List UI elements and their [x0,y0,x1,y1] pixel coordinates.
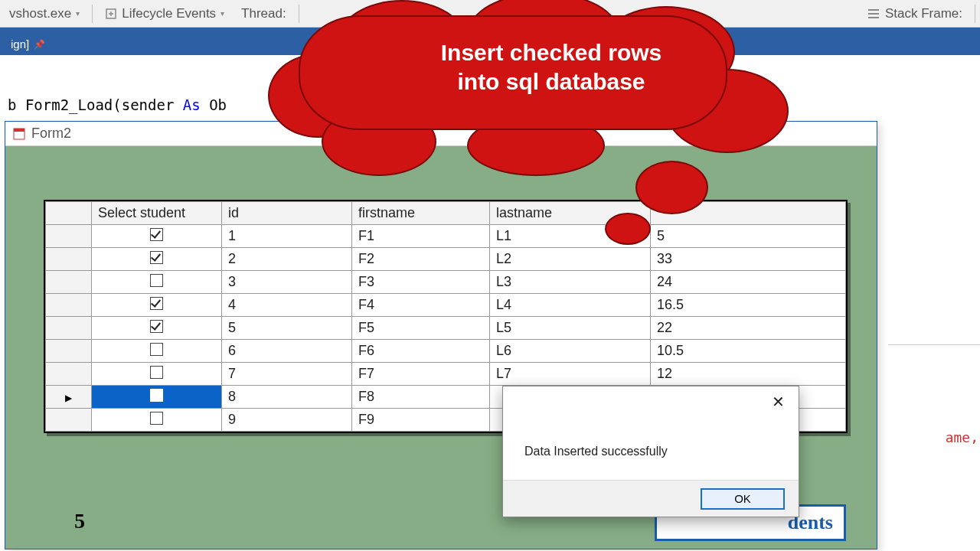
cell-select[interactable] [92,248,222,271]
checkbox-icon[interactable] [150,343,163,356]
cell-lastname[interactable]: L6 [490,340,651,363]
col-average[interactable] [651,202,846,225]
form2-titlebar[interactable]: Form2 [5,122,877,146]
cell-select[interactable] [92,317,222,340]
cell-lastname[interactable]: L5 [490,317,651,340]
stackframe-icon [867,8,880,20]
cell-select[interactable] [92,386,222,409]
cell-select[interactable] [92,271,222,294]
table-row[interactable]: 4F4L416.5 [46,294,846,317]
cell-id[interactable]: 8 [222,386,352,409]
svg-rect-2 [14,129,24,132]
checkbox-icon[interactable] [150,274,163,287]
stackframe-dropdown[interactable]: Stack Frame: [862,5,967,23]
thread-dropdown[interactable]: Thread: [237,5,291,23]
cell-select[interactable] [92,363,222,386]
cell-firstname[interactable]: F5 [352,317,490,340]
cell-id[interactable]: 3 [222,271,352,294]
cell-firstname[interactable]: F1 [352,225,490,248]
code-fragment-right: ame, [888,344,980,467]
cell-id[interactable]: 6 [222,340,352,363]
table-row[interactable]: 6F6L610.5 [46,340,846,363]
cell-select[interactable] [92,409,222,432]
table-row[interactable]: 7F7L712 [46,363,846,386]
checkbox-icon[interactable] [150,320,163,333]
code-text: b [8,96,25,113]
lifecycle-label: Lifecycle Events [122,6,216,21]
grid-header-row: Select student id firstname lastname [46,202,846,225]
tab-title: ign] [11,37,29,51]
cell-lastname[interactable]: L4 [490,294,651,317]
cell-firstname[interactable]: F7 [352,363,490,386]
col-lastname[interactable]: lastname [490,202,651,225]
row-header[interactable] [46,386,92,409]
cell-id[interactable]: 5 [222,317,352,340]
cell-average[interactable]: 24 [651,271,846,294]
chevron-down-icon: ▾ [220,9,224,18]
toolbar-separator [92,5,93,23]
cell-firstname[interactable]: F6 [352,340,490,363]
cell-firstname[interactable]: F4 [352,294,490,317]
row-header[interactable] [46,248,92,271]
process-dropdown[interactable]: vshost.exe ▾ [5,5,84,23]
checkbox-icon[interactable] [150,389,163,402]
row-header[interactable] [46,340,92,363]
chevron-down-icon: ▾ [76,9,80,18]
cell-id[interactable]: 1 [222,225,352,248]
checkbox-icon[interactable] [150,228,163,241]
close-icon[interactable]: ✕ [764,390,792,414]
messagebox-footer: OK [503,480,799,517]
cell-lastname[interactable]: L1 [490,225,651,248]
document-tabstrip: ign] 📌 [0,28,980,55]
cell-select[interactable] [92,294,222,317]
cell-select[interactable] [92,225,222,248]
ok-button[interactable]: OK [701,488,785,510]
cell-average[interactable]: 22 [651,317,846,340]
cell-lastname[interactable]: L7 [490,363,651,386]
cell-id[interactable]: 2 [222,248,352,271]
cell-firstname[interactable]: F9 [352,409,490,432]
cell-firstname[interactable]: F2 [352,248,490,271]
checkbox-icon[interactable] [150,412,163,425]
cell-average[interactable]: 33 [651,248,846,271]
toolbar-separator [975,5,975,23]
cell-firstname[interactable]: F3 [352,271,490,294]
grid-corner[interactable] [46,202,92,225]
table-row[interactable]: 2F2L233 [46,248,846,271]
cell-firstname[interactable]: F8 [352,386,490,409]
cell-average[interactable]: 12 [651,363,846,386]
row-header[interactable] [46,363,92,386]
cell-average[interactable]: 5 [651,225,846,248]
vs-debug-toolbar: vshost.exe ▾ Lifecycle Events ▾ Thread: … [0,0,980,28]
checkbox-icon[interactable] [150,297,163,310]
code-text: Form2_Load(sender [25,96,183,113]
col-select[interactable]: Select student [92,202,222,225]
cell-id[interactable]: 7 [222,363,352,386]
lifecycle-icon [105,8,117,20]
cell-lastname[interactable]: L2 [490,248,651,271]
row-header[interactable] [46,294,92,317]
row-header[interactable] [46,317,92,340]
checkbox-icon[interactable] [150,251,163,264]
cell-average[interactable]: 10.5 [651,340,846,363]
cell-lastname[interactable]: L3 [490,271,651,294]
form-icon [13,128,25,140]
table-row[interactable]: 5F5L522 [46,317,846,340]
row-header[interactable] [46,409,92,432]
cell-id[interactable]: 9 [222,409,352,432]
lifecycle-events-dropdown[interactable]: Lifecycle Events ▾ [100,5,229,23]
col-id[interactable]: id [222,202,352,225]
checkbox-icon[interactable] [150,366,163,379]
tab-design[interactable]: ign] 📌 [3,33,56,55]
row-header[interactable] [46,271,92,294]
table-row[interactable]: 1F1L15 [46,225,846,248]
row-header[interactable] [46,225,92,248]
cell-select[interactable] [92,340,222,363]
cell-id[interactable]: 4 [222,294,352,317]
table-row[interactable]: 3F3L324 [46,271,846,294]
cell-average[interactable]: 16.5 [651,294,846,317]
col-firstname[interactable]: firstname [352,202,490,225]
pin-icon[interactable]: 📌 [34,39,45,50]
code-text: Ob [201,96,227,113]
code-keyword: As [183,96,201,113]
